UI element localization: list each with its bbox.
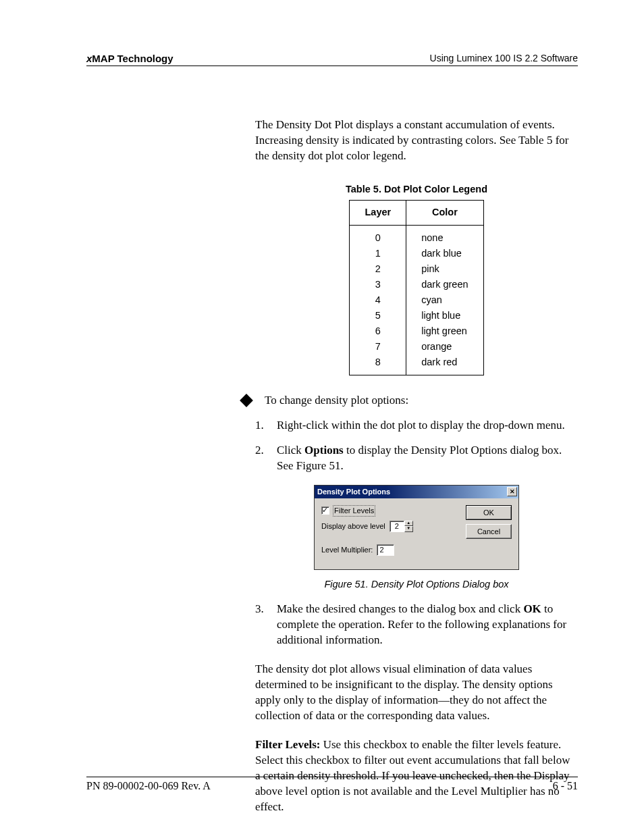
close-icon[interactable]: ✕ [507,487,517,496]
display-above-level-input[interactable]: 2 [390,521,404,532]
footer-left: PN 89-00002-00-069 Rev. A [86,780,211,792]
level-multiplier-input[interactable]: 2 [377,544,394,556]
display-above-level-label: Display above level [321,521,385,531]
table-row: 5light blue [350,308,483,323]
lead-in-text: To change density plot options: [265,393,408,409]
table-row: 6light green [350,323,483,339]
dialog-title: Density Plot Options [317,487,390,497]
paragraph-density-explanation: The density dot plot allows visual elimi… [255,662,578,724]
filter-levels-checkbox[interactable] [321,506,329,515]
level-multiplier-label: Level Multiplier: [321,545,373,555]
step-text: Click Options to display the Density Plo… [277,443,578,474]
figure-caption: Figure 51. Density Plot Options Dialog b… [255,578,578,592]
filter-levels-label[interactable]: Filter Levels [333,505,375,517]
spinner-up-icon[interactable]: ▲ [404,521,413,527]
page-header: xMAP Technology Using Luminex 100 IS 2.2… [86,53,578,66]
step-text: Right-click within the dot plot to displ… [277,418,578,434]
table-row: 1dark blue [350,246,483,261]
footer-right: 6 - 51 [553,780,578,792]
dialog-titlebar[interactable]: Density Plot Options ✕ [315,486,518,498]
table-row: 2pink [350,261,483,277]
table-row: 7orange [350,339,483,355]
table-caption: Table 5. Dot Plot Color Legend [255,183,578,197]
intro-paragraph: The Density Dot Plot displays a constant… [255,118,578,164]
table-row: 3dark green [350,277,483,292]
brand-rest: MAP Technology [92,53,173,64]
ok-button[interactable]: OK [466,505,512,520]
brand: xMAP Technology [86,53,173,64]
diamond-icon [240,394,253,407]
cancel-button[interactable]: Cancel [466,524,512,539]
table-row: 4cyan [350,292,483,308]
step-number: 1. [255,418,277,434]
step-text: Make the desired changes to the dialog b… [277,602,578,648]
th-layer: Layer [350,201,406,226]
page-footer: PN 89-00002-00-069 Rev. A 6 - 51 [86,777,578,792]
table-row: 8dark red [350,355,483,375]
step-number: 3. [255,602,277,648]
th-color: Color [406,201,483,226]
step-number: 2. [255,443,277,474]
table-row: 0none [350,225,483,246]
dot-plot-legend-table: Layer Color 0none 1dark blue 2pink 3dark… [349,200,483,375]
header-right: Using Luminex 100 IS 2.2 Software [430,53,578,64]
density-plot-options-dialog: Density Plot Options ✕ Filter Levels Dis… [314,485,519,570]
spinner-down-icon[interactable]: ▼ [404,526,413,532]
